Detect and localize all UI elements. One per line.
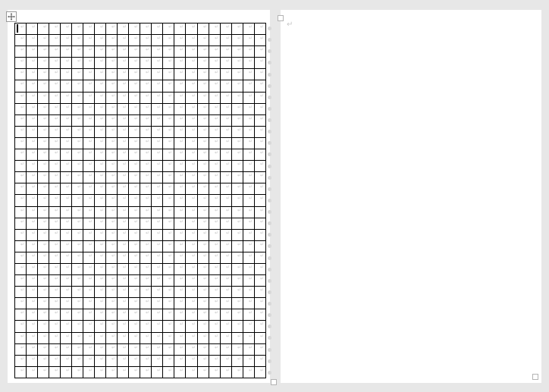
table-cell[interactable]	[83, 275, 95, 287]
table-cell[interactable]	[49, 287, 61, 298]
table-cell[interactable]	[83, 126, 95, 137]
table-cell[interactable]	[231, 355, 243, 366]
table-cell[interactable]	[49, 309, 61, 321]
table-cell[interactable]	[83, 172, 95, 183]
table-cell[interactable]	[140, 332, 152, 343]
table-cell[interactable]	[38, 206, 49, 218]
table-cell[interactable]	[61, 114, 72, 126]
table-cell[interactable]	[83, 252, 95, 263]
table-cell[interactable]	[61, 275, 72, 287]
table-cell[interactable]	[140, 172, 152, 183]
table-cell[interactable]	[83, 35, 95, 46]
table-cell[interactable]	[83, 195, 95, 206]
table-cell[interactable]	[152, 240, 163, 252]
table-cell[interactable]	[15, 252, 27, 263]
table-cell[interactable]	[152, 92, 163, 103]
table-cell[interactable]	[129, 206, 140, 218]
table-cell[interactable]	[72, 114, 83, 126]
table-cell[interactable]	[186, 103, 197, 114]
table-cell[interactable]	[72, 309, 83, 321]
table-cell[interactable]	[197, 35, 209, 46]
table-cell[interactable]	[95, 366, 106, 378]
table-cell[interactable]	[129, 46, 140, 58]
table-cell[interactable]	[152, 275, 163, 287]
table-cell[interactable]	[72, 298, 83, 309]
table-cell[interactable]	[83, 287, 95, 298]
table-cell[interactable]	[72, 287, 83, 298]
table-cell[interactable]	[209, 161, 220, 172]
table-cell[interactable]	[243, 240, 254, 252]
table-cell[interactable]	[61, 69, 72, 80]
table-cell[interactable]	[243, 206, 254, 218]
table-cell[interactable]	[140, 298, 152, 309]
table-cell[interactable]	[220, 114, 231, 126]
table-cell[interactable]	[152, 332, 163, 343]
table-cell[interactable]	[197, 355, 209, 366]
table-cell[interactable]	[27, 149, 38, 161]
table-cell[interactable]	[152, 114, 163, 126]
table-cell[interactable]	[220, 309, 231, 321]
table-cell[interactable]	[197, 206, 209, 218]
table-cell[interactable]	[243, 218, 254, 229]
table-cell[interactable]	[95, 137, 106, 149]
table-cell[interactable]	[27, 240, 38, 252]
table-cell[interactable]	[95, 332, 106, 343]
table-cell[interactable]	[61, 80, 72, 92]
table-cell[interactable]	[197, 58, 209, 69]
table-cell[interactable]	[38, 161, 49, 172]
table-cell[interactable]	[27, 24, 38, 35]
table-cell[interactable]	[61, 172, 72, 183]
table-cell[interactable]	[163, 172, 174, 183]
table-cell[interactable]	[61, 126, 72, 137]
table-cell[interactable]	[152, 321, 163, 332]
table-cell[interactable]	[174, 80, 186, 92]
table-cell[interactable]	[72, 263, 83, 274]
table-cell[interactable]	[72, 103, 83, 114]
table-cell[interactable]	[209, 92, 220, 103]
table-cell[interactable]	[27, 58, 38, 69]
table-cell[interactable]	[231, 58, 243, 69]
table-cell[interactable]	[38, 80, 49, 92]
table-cell[interactable]	[197, 92, 209, 103]
table-cell[interactable]	[220, 172, 231, 183]
table-cell[interactable]	[140, 103, 152, 114]
table-cell[interactable]	[231, 275, 243, 287]
table-cell[interactable]	[83, 355, 95, 366]
table-cell[interactable]	[197, 332, 209, 343]
table-cell[interactable]	[15, 58, 27, 69]
table-cell[interactable]	[254, 252, 265, 263]
table-cell[interactable]	[152, 69, 163, 80]
table-cell[interactable]	[186, 206, 197, 218]
table-cell[interactable]	[129, 58, 140, 69]
table-cell[interactable]	[49, 321, 61, 332]
table-cell[interactable]	[27, 137, 38, 149]
table-cell[interactable]	[61, 24, 72, 35]
table-cell[interactable]	[243, 229, 254, 240]
table-cell[interactable]	[220, 126, 231, 137]
table-cell[interactable]	[15, 275, 27, 287]
table-cell[interactable]	[231, 343, 243, 355]
table-cell[interactable]	[72, 321, 83, 332]
table-resize-handle-icon[interactable]	[271, 379, 277, 385]
table-cell[interactable]	[209, 149, 220, 161]
table-cell[interactable]	[72, 35, 83, 46]
table-cell[interactable]	[129, 149, 140, 161]
table-cell[interactable]	[15, 287, 27, 298]
table-cell[interactable]	[254, 263, 265, 274]
table-cell[interactable]	[27, 80, 38, 92]
table-cell[interactable]	[174, 58, 186, 69]
table-cell[interactable]	[197, 80, 209, 92]
table-cell[interactable]	[38, 183, 49, 195]
table-cell[interactable]	[243, 252, 254, 263]
table-cell[interactable]	[231, 92, 243, 103]
table-cell[interactable]	[243, 126, 254, 137]
table-cell[interactable]	[174, 252, 186, 263]
table-cell[interactable]	[61, 355, 72, 366]
table-cell[interactable]	[197, 24, 209, 35]
table-cell[interactable]	[49, 172, 61, 183]
table-cell[interactable]	[163, 287, 174, 298]
table-cell[interactable]	[83, 103, 95, 114]
table-cell[interactable]	[72, 252, 83, 263]
table-cell[interactable]	[254, 275, 265, 287]
table-cell[interactable]	[61, 366, 72, 378]
